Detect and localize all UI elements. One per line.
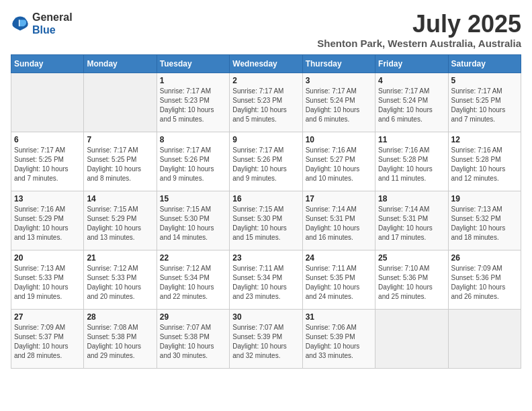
day-of-week-header: Saturday	[448, 54, 521, 73]
logo: General Blue	[11, 11, 73, 36]
calendar-week-row: 20Sunrise: 7:13 AM Sunset: 5:33 PM Dayli…	[11, 250, 521, 309]
calendar-cell: 5Sunrise: 7:17 AM Sunset: 5:25 PM Daylig…	[448, 73, 521, 132]
calendar-cell: 22Sunrise: 7:12 AM Sunset: 5:34 PM Dayli…	[157, 250, 229, 309]
calendar-cell: 6Sunrise: 7:17 AM Sunset: 5:25 PM Daylig…	[11, 132, 84, 191]
calendar-cell: 24Sunrise: 7:11 AM Sunset: 5:35 PM Dayli…	[302, 250, 375, 309]
day-info: Sunrise: 7:14 AM Sunset: 5:31 PM Dayligh…	[378, 205, 445, 242]
day-number: 16	[232, 194, 299, 203]
day-number: 19	[451, 194, 518, 203]
calendar-cell: 12Sunrise: 7:16 AM Sunset: 5:28 PM Dayli…	[448, 132, 521, 191]
calendar-cell: 31Sunrise: 7:06 AM Sunset: 5:39 PM Dayli…	[302, 309, 375, 368]
day-number: 17	[306, 194, 372, 203]
calendar-cell: 25Sunrise: 7:10 AM Sunset: 5:36 PM Dayli…	[375, 250, 448, 309]
day-number: 14	[87, 194, 153, 203]
day-number: 15	[160, 194, 226, 203]
title-block: July 2025 Shenton Park, Western Australi…	[317, 11, 521, 49]
calendar-cell	[84, 73, 157, 132]
day-number: 3	[306, 76, 372, 85]
logo-general: General	[32, 11, 73, 23]
day-of-week-header: Thursday	[302, 54, 375, 73]
calendar-cell: 30Sunrise: 7:07 AM Sunset: 5:39 PM Dayli…	[230, 309, 302, 368]
day-number: 4	[378, 76, 445, 85]
day-number: 21	[87, 253, 153, 263]
calendar-week-row: 1Sunrise: 7:17 AM Sunset: 5:23 PM Daylig…	[11, 73, 521, 132]
calendar-cell: 3Sunrise: 7:17 AM Sunset: 5:24 PM Daylig…	[302, 73, 375, 132]
day-of-week-header: Sunday	[11, 54, 84, 73]
day-number: 13	[14, 194, 81, 203]
calendar-week-row: 27Sunrise: 7:09 AM Sunset: 5:37 PM Dayli…	[11, 309, 521, 368]
day-number: 23	[232, 253, 299, 263]
calendar-cell: 15Sunrise: 7:15 AM Sunset: 5:30 PM Dayli…	[157, 191, 229, 250]
calendar-cell	[375, 309, 448, 368]
day-info: Sunrise: 7:13 AM Sunset: 5:33 PM Dayligh…	[14, 264, 81, 302]
day-number: 11	[378, 135, 445, 144]
logo-icon	[11, 14, 30, 33]
calendar-cell: 29Sunrise: 7:07 AM Sunset: 5:38 PM Dayli…	[157, 309, 229, 368]
calendar-cell: 27Sunrise: 7:09 AM Sunset: 5:37 PM Dayli…	[11, 309, 84, 368]
day-number: 10	[306, 135, 372, 144]
day-info: Sunrise: 7:17 AM Sunset: 5:26 PM Dayligh…	[160, 146, 226, 183]
calendar-cell: 23Sunrise: 7:11 AM Sunset: 5:34 PM Dayli…	[230, 250, 302, 309]
day-info: Sunrise: 7:17 AM Sunset: 5:23 PM Dayligh…	[232, 87, 299, 124]
day-of-week-header: Monday	[84, 54, 157, 73]
day-number: 1	[160, 76, 226, 85]
day-number: 26	[451, 253, 518, 263]
location: Shenton Park, Western Australia, Austral…	[317, 38, 521, 49]
calendar-cell: 20Sunrise: 7:13 AM Sunset: 5:33 PM Dayli…	[11, 250, 84, 309]
day-info: Sunrise: 7:16 AM Sunset: 5:27 PM Dayligh…	[306, 146, 372, 183]
calendar-cell: 17Sunrise: 7:14 AM Sunset: 5:31 PM Dayli…	[302, 191, 375, 250]
day-of-week-header: Friday	[375, 54, 448, 73]
day-info: Sunrise: 7:17 AM Sunset: 5:23 PM Dayligh…	[160, 87, 226, 124]
calendar-cell: 7Sunrise: 7:17 AM Sunset: 5:25 PM Daylig…	[84, 132, 157, 191]
calendar-cell	[448, 309, 521, 368]
day-number: 7	[87, 135, 153, 144]
calendar: SundayMondayTuesdayWednesdayThursdayFrid…	[11, 54, 521, 369]
day-info: Sunrise: 7:16 AM Sunset: 5:28 PM Dayligh…	[451, 146, 518, 183]
day-info: Sunrise: 7:17 AM Sunset: 5:25 PM Dayligh…	[87, 146, 153, 183]
calendar-cell: 19Sunrise: 7:13 AM Sunset: 5:32 PM Dayli…	[448, 191, 521, 250]
calendar-cell	[11, 73, 84, 132]
day-info: Sunrise: 7:09 AM Sunset: 5:36 PM Dayligh…	[451, 264, 518, 302]
month-year: July 2025	[317, 11, 521, 38]
day-info: Sunrise: 7:11 AM Sunset: 5:35 PM Dayligh…	[306, 264, 372, 302]
day-info: Sunrise: 7:08 AM Sunset: 5:38 PM Dayligh…	[87, 323, 153, 361]
calendar-cell: 28Sunrise: 7:08 AM Sunset: 5:38 PM Dayli…	[84, 309, 157, 368]
calendar-cell: 9Sunrise: 7:17 AM Sunset: 5:26 PM Daylig…	[230, 132, 302, 191]
day-number: 8	[160, 135, 226, 144]
calendar-cell: 13Sunrise: 7:16 AM Sunset: 5:29 PM Dayli…	[11, 191, 84, 250]
logo-text: General Blue	[32, 11, 73, 36]
calendar-cell: 14Sunrise: 7:15 AM Sunset: 5:29 PM Dayli…	[84, 191, 157, 250]
calendar-cell: 2Sunrise: 7:17 AM Sunset: 5:23 PM Daylig…	[230, 73, 302, 132]
day-number: 24	[306, 253, 372, 263]
day-number: 28	[87, 312, 153, 322]
day-number: 25	[378, 253, 445, 263]
day-of-week-header: Wednesday	[230, 54, 302, 73]
day-info: Sunrise: 7:14 AM Sunset: 5:31 PM Dayligh…	[306, 205, 372, 242]
day-number: 2	[232, 76, 299, 85]
day-info: Sunrise: 7:12 AM Sunset: 5:34 PM Dayligh…	[160, 264, 226, 302]
day-info: Sunrise: 7:17 AM Sunset: 5:24 PM Dayligh…	[378, 87, 445, 124]
calendar-cell: 26Sunrise: 7:09 AM Sunset: 5:36 PM Dayli…	[448, 250, 521, 309]
day-info: Sunrise: 7:17 AM Sunset: 5:26 PM Dayligh…	[232, 146, 299, 183]
day-number: 20	[14, 253, 81, 263]
day-info: Sunrise: 7:15 AM Sunset: 5:30 PM Dayligh…	[160, 205, 226, 242]
calendar-cell: 4Sunrise: 7:17 AM Sunset: 5:24 PM Daylig…	[375, 73, 448, 132]
calendar-cell: 11Sunrise: 7:16 AM Sunset: 5:28 PM Dayli…	[375, 132, 448, 191]
day-info: Sunrise: 7:17 AM Sunset: 5:25 PM Dayligh…	[14, 146, 81, 183]
day-info: Sunrise: 7:16 AM Sunset: 5:29 PM Dayligh…	[14, 205, 81, 242]
day-number: 5	[451, 76, 518, 85]
page-header: General Blue July 2025 Shenton Park, Wes…	[11, 11, 521, 49]
calendar-header-row: SundayMondayTuesdayWednesdayThursdayFrid…	[11, 54, 521, 73]
day-info: Sunrise: 7:07 AM Sunset: 5:39 PM Dayligh…	[232, 323, 299, 361]
day-number: 31	[306, 312, 372, 322]
day-number: 30	[232, 312, 299, 322]
day-info: Sunrise: 7:17 AM Sunset: 5:25 PM Dayligh…	[451, 87, 518, 124]
day-info: Sunrise: 7:16 AM Sunset: 5:28 PM Dayligh…	[378, 146, 445, 183]
calendar-cell: 1Sunrise: 7:17 AM Sunset: 5:23 PM Daylig…	[157, 73, 229, 132]
logo-blue: Blue	[32, 24, 56, 36]
day-of-week-header: Tuesday	[157, 54, 229, 73]
day-number: 22	[160, 253, 226, 263]
day-info: Sunrise: 7:17 AM Sunset: 5:24 PM Dayligh…	[306, 87, 372, 124]
day-info: Sunrise: 7:13 AM Sunset: 5:32 PM Dayligh…	[451, 205, 518, 242]
calendar-week-row: 6Sunrise: 7:17 AM Sunset: 5:25 PM Daylig…	[11, 132, 521, 191]
